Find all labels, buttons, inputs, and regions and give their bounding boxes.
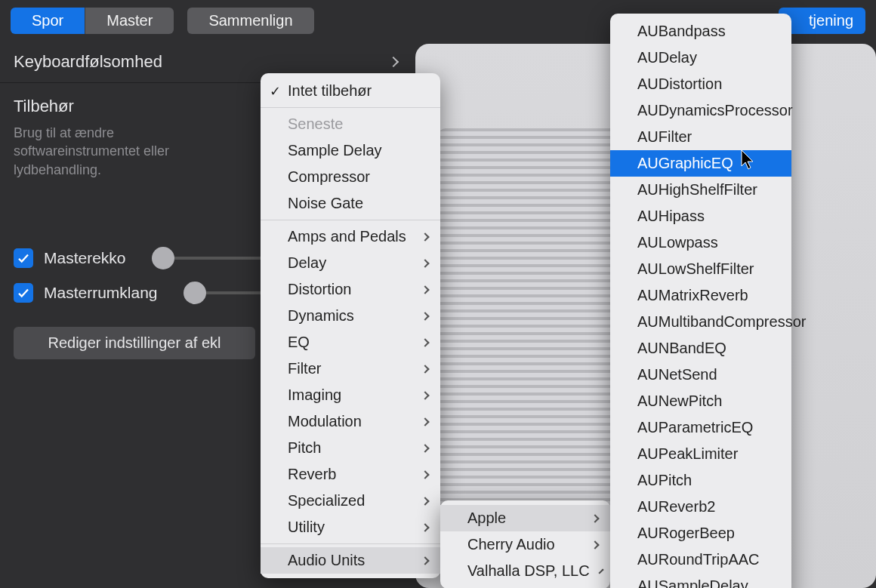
chevron-right-icon (591, 540, 599, 549)
tab-track[interactable]: Spor (11, 8, 85, 34)
master-reverb-checkbox[interactable] (14, 283, 33, 303)
menu-item-au-plugin[interactable]: AURoundTripAAC (610, 546, 791, 573)
menu-item-category[interactable]: Distortion (261, 276, 440, 303)
menu-item-au-plugin[interactable]: AUPeakLimiter (610, 441, 791, 467)
master-reverb-label: Masterrumklang (44, 284, 158, 302)
chevron-right-icon (421, 285, 429, 294)
tab-master[interactable]: Master (85, 8, 174, 34)
menu-item-recent[interactable]: Compressor (261, 164, 440, 190)
chevron-right-icon (421, 523, 429, 531)
chevron-right-icon (421, 556, 429, 565)
menu-item-category[interactable]: Amps and Pedals (261, 223, 440, 250)
menu-item-category[interactable]: Pitch (261, 435, 440, 461)
menu-item-category[interactable]: Reverb (261, 461, 440, 488)
menu-item-au-plugin[interactable]: AUHipass (610, 203, 791, 229)
chevron-right-icon (421, 497, 429, 505)
chevron-right-icon (421, 232, 429, 241)
slider-thumb[interactable] (184, 282, 206, 304)
menu-item-au-plugin[interactable]: AUBandpass (610, 18, 791, 45)
menu-item-recent[interactable]: Sample Delay (261, 137, 440, 164)
chevron-right-icon (421, 259, 429, 267)
menu-item-category[interactable]: Imaging (261, 382, 440, 408)
chevron-right-icon (598, 568, 603, 574)
edit-echo-settings-button[interactable]: Rediger indstillinger af ekl (14, 327, 255, 359)
top-right-button[interactable]: tjening (779, 8, 865, 34)
compare-button[interactable]: Sammenlign (187, 8, 313, 34)
menu-item-category[interactable]: Dynamics (261, 303, 440, 329)
chevron-right-icon (421, 312, 429, 320)
menu-item-category[interactable]: Delay (261, 250, 440, 276)
chevron-right-icon (591, 514, 599, 522)
menu-item-recent[interactable]: Noise Gate (261, 190, 440, 217)
compare-group: Sammenlign (187, 8, 313, 34)
master-echo-checkbox[interactable] (14, 248, 33, 268)
plugin-category-menu: Intet tilbehør Seneste Sample Delay Comp… (261, 73, 440, 578)
menu-separator (261, 107, 440, 108)
menu-item-au-plugin[interactable]: AURogerBeep (610, 520, 791, 546)
chevron-right-icon (388, 57, 399, 67)
chevron-right-icon (421, 391, 429, 399)
menu-item-au-plugin[interactable]: AUSampleDelay (610, 573, 791, 588)
menu-item-au-plugin[interactable]: AUNewPitch (610, 388, 791, 414)
tab-group: Spor Master (11, 8, 174, 34)
menu-item-au-plugin[interactable]: AUFilter (610, 124, 791, 150)
menu-item-au-plugin[interactable]: AULowpass (610, 229, 791, 256)
menu-item-recent-header: Seneste (261, 111, 440, 137)
menu-item-au-plugin[interactable]: AUNBandEQ (610, 335, 791, 362)
chevron-right-icon (421, 338, 429, 346)
menu-item-au-plugin[interactable]: AUMatrixReverb (610, 282, 791, 309)
au-vendor-menu: Apple Cherry Audio Valhalla DSP, LLC (440, 500, 610, 588)
chevron-right-icon (421, 444, 429, 452)
menu-item-category[interactable]: Filter (261, 356, 440, 382)
slider-thumb[interactable] (152, 247, 174, 269)
menu-item-au-plugin[interactable]: AUDistortion (610, 71, 791, 97)
menu-item-vendor[interactable]: Cherry Audio (440, 531, 610, 558)
menu-item-au-plugin[interactable]: AUPitch (610, 467, 791, 494)
chevron-right-icon (421, 470, 429, 479)
menu-item-vendor-apple[interactable]: Apple (440, 505, 610, 531)
menu-item-no-plugin[interactable]: Intet tilbehør (261, 78, 440, 104)
menu-item-au-plugin[interactable]: AUHighShelfFilter (610, 177, 791, 203)
menu-item-au-plugin[interactable]: AUDelay (610, 45, 791, 71)
keyboard-sensitivity-label: Keyboardfølsomhed (14, 52, 162, 72)
master-echo-slider[interactable] (152, 257, 273, 260)
menu-item-au-plugin[interactable]: AUReverb2 (610, 494, 791, 520)
menu-separator (261, 220, 440, 220)
menu-item-vendor[interactable]: Valhalla DSP, LLC (440, 558, 610, 584)
menu-item-au-plugin[interactable]: AUGraphicEQ (610, 150, 791, 177)
menu-item-category[interactable]: Utility (261, 514, 440, 540)
apple-au-plugin-menu: AUBandpassAUDelayAUDistortionAUDynamicsP… (610, 14, 791, 588)
menu-item-category[interactable]: Modulation (261, 408, 440, 435)
menu-item-au-plugin[interactable]: AUParametricEQ (610, 414, 791, 441)
menu-item-au-plugin[interactable]: AUNetSend (610, 362, 791, 388)
menu-item-audio-units[interactable]: Audio Units (261, 547, 440, 574)
menu-item-au-plugin[interactable]: AUDynamicsProcessor (610, 97, 791, 124)
chevron-right-icon (421, 417, 429, 426)
accessories-help: Brug til at ændre softwareinstrumentet e… (0, 121, 196, 188)
menu-item-au-plugin[interactable]: AULowShelfFilter (610, 256, 791, 282)
menu-separator (261, 543, 440, 544)
menu-item-category[interactable]: EQ (261, 329, 440, 356)
menu-item-category[interactable]: Specialized (261, 488, 440, 514)
menu-item-au-plugin[interactable]: AUMultibandCompressor (610, 309, 791, 335)
chevron-right-icon (421, 365, 429, 373)
master-echo-label: Masterekko (44, 249, 126, 267)
